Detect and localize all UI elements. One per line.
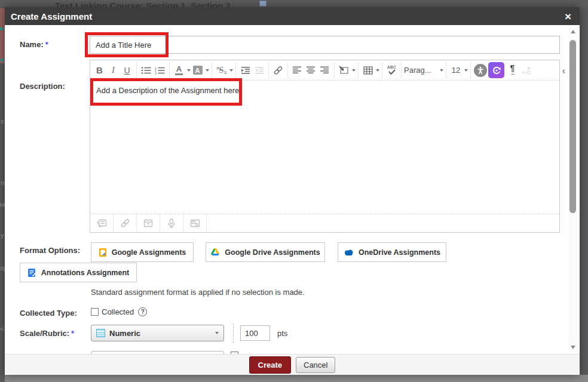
- checkmark-icon: [388, 69, 396, 75]
- name-input[interactable]: [90, 36, 560, 54]
- scrollbar-thumb[interactable]: [569, 40, 576, 213]
- background-banner-dot: [0, 27, 3, 30]
- insert-link-button[interactable]: [271, 63, 285, 78]
- insert-content-button[interactable]: [337, 63, 351, 78]
- purple-plugin-button[interactable]: [488, 62, 504, 78]
- bold-button[interactable]: B: [93, 63, 106, 78]
- format-options-label: Format Options:: [20, 246, 80, 255]
- format-button-label: Annotations Assignment: [41, 269, 129, 277]
- toolbar-collapse-button[interactable]: ‹: [562, 66, 565, 76]
- accessibility-icon: [474, 64, 487, 77]
- chevron-down-icon[interactable]: [440, 69, 443, 72]
- rich-text-editor: B I U 123 A: [90, 60, 560, 233]
- dialog-header: Create Assignment ×: [5, 7, 580, 25]
- underline-button[interactable]: U: [120, 63, 134, 78]
- toolbar-group-colors: A A: [170, 63, 212, 78]
- font-size-dropdown[interactable]: 12: [449, 63, 463, 78]
- scroll-up-button[interactable]: [568, 27, 578, 36]
- arrow-down-icon: [571, 346, 575, 349]
- background-title-icon: [259, 1, 267, 7]
- editor-insert-bar: [90, 214, 559, 232]
- chevron-down-icon[interactable]: [229, 69, 233, 72]
- disabled-tool-icon: [521, 66, 532, 75]
- create-button[interactable]: Create: [249, 356, 291, 374]
- numbered-list-button[interactable]: 123: [153, 63, 167, 78]
- chevron-down-icon: [215, 332, 219, 334]
- numeric-scale-icon: [96, 329, 105, 337]
- annotations-assignment-button[interactable]: Annotations Assignment: [20, 263, 137, 282]
- description-editor-area[interactable]: Add a Description of the Assignment here…: [90, 81, 559, 214]
- collected-checkbox[interactable]: [91, 308, 99, 316]
- cancel-button[interactable]: Cancel: [296, 357, 335, 373]
- toolbar-group-insert: [335, 63, 359, 78]
- google-assignments-button[interactable]: Google Assignments: [91, 242, 194, 262]
- points-unit-label: pts: [277, 329, 287, 338]
- paragraph-direction-button[interactable]: ¶→: [506, 63, 519, 78]
- align-center-icon: [307, 66, 316, 74]
- help-icon[interactable]: ?: [138, 307, 147, 316]
- outdent-icon: [255, 66, 264, 75]
- chevron-down-icon[interactable]: [376, 69, 379, 72]
- background-banner-dot: [1, 58, 4, 61]
- background-color-icon: A: [193, 66, 203, 75]
- background-text-fragment: y: [1, 232, 4, 239]
- format-options-hint: Standard assignment format is applied if…: [91, 288, 305, 297]
- spellcheck-button[interactable]: ABC: [385, 63, 399, 78]
- vertical-scrollbar: [568, 27, 578, 352]
- name-label: Name:*: [20, 40, 48, 49]
- dialog-body: Name:* Description: B I U 123: [5, 25, 580, 354]
- background-text-fragment: n: [1, 179, 4, 186]
- required-mark: *: [45, 40, 48, 49]
- insert-file-button[interactable]: [137, 214, 160, 232]
- format-button-label: OneDrive Assignments: [359, 248, 440, 257]
- background-course-banner: [0, 8, 5, 63]
- close-icon[interactable]: ×: [562, 11, 574, 22]
- italic-button[interactable]: I: [106, 63, 120, 78]
- strikethrough-options-button[interactable]: aS3: [215, 63, 228, 78]
- chevron-down-icon[interactable]: [352, 69, 356, 72]
- link-icon: [120, 218, 130, 228]
- points-input[interactable]: [240, 325, 270, 341]
- format-button-label: Google Drive Assignments: [225, 248, 320, 257]
- align-left-button[interactable]: [290, 63, 304, 78]
- paragraph-format-dropdown[interactable]: Parag...: [404, 63, 439, 78]
- background-text-fragment: s: [1, 118, 4, 125]
- insert-resource-button[interactable]: [90, 214, 114, 232]
- record-audio-button[interactable]: [160, 214, 183, 232]
- accessibility-checker-button[interactable]: [473, 63, 487, 78]
- insert-link-bottom-button[interactable]: [114, 214, 137, 232]
- scale-rubric-dropdown[interactable]: Numeric: [91, 325, 224, 341]
- google-drive-icon: [210, 248, 220, 257]
- file-archive-icon: [143, 219, 153, 227]
- link-icon: [273, 66, 283, 75]
- onedrive-cloud-icon: [344, 249, 354, 256]
- align-right-button[interactable]: [318, 63, 332, 78]
- google-drive-assignments-button[interactable]: Google Drive Assignments: [206, 242, 325, 262]
- insert-table-button[interactable]: [361, 63, 375, 78]
- required-mark: *: [71, 329, 74, 338]
- chevron-down-icon[interactable]: [464, 69, 468, 72]
- align-left-icon: [293, 66, 302, 74]
- outdent-button[interactable]: [252, 63, 266, 78]
- circular-arrow-p-icon: [492, 66, 501, 75]
- record-video-button[interactable]: [183, 214, 207, 232]
- toolbar-group-lists: 123: [137, 63, 170, 78]
- font-color-button[interactable]: A: [172, 63, 186, 78]
- toolbar-group-table: [359, 63, 382, 78]
- background-page-title: Test Linking Course: Section 1, Section …: [55, 0, 231, 7]
- scroll-down-button[interactable]: [568, 343, 578, 352]
- dashed-separator: [233, 324, 234, 343]
- background-color-button[interactable]: A: [191, 63, 204, 78]
- indent-button[interactable]: [238, 63, 252, 78]
- onedrive-assignments-button[interactable]: OneDrive Assignments: [338, 242, 446, 262]
- paragraph-direction-icon: ¶→: [510, 64, 515, 76]
- toolbar-group-indent: [236, 63, 269, 78]
- toolbar-group-basic: B I U: [90, 63, 137, 78]
- font-size-group: 12: [446, 63, 471, 78]
- bullet-list-button[interactable]: [139, 63, 153, 78]
- editor-toolbar: B I U 123 A: [90, 60, 559, 81]
- microphone-icon: [167, 218, 176, 228]
- chevron-down-icon[interactable]: [206, 69, 209, 72]
- toolbar-group-align: [288, 63, 335, 78]
- align-center-button[interactable]: [304, 63, 318, 78]
